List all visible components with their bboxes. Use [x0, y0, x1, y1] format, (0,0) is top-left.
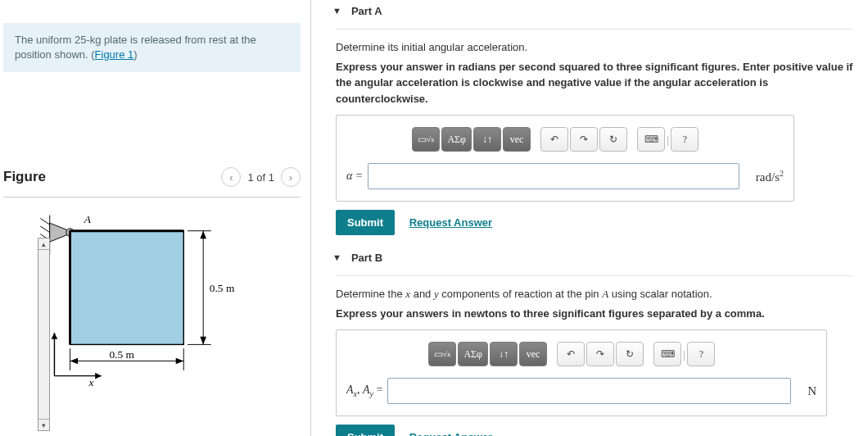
scroll-up-icon[interactable]: ▴ [38, 238, 49, 250]
part-a-header: Part A [351, 5, 382, 17]
part-a-request-answer-link[interactable]: Request Answer [409, 216, 492, 229]
svg-line-2 [40, 226, 49, 233]
equation-toolbar: ▭√x ΑΣφ ↓↑ vec ↶ ↷ ↻ ⌨ | ? [412, 127, 784, 152]
part-a-submit-button[interactable]: Submit [336, 210, 395, 235]
part-b-question: Determine the x and y components of reac… [336, 286, 853, 302]
part-a-lhs: α = [346, 170, 363, 183]
greek-button[interactable]: ΑΣφ [458, 342, 488, 366]
part-a-answer-area: ▭√x ΑΣφ ↓↑ vec ↶ ↷ ↻ ⌨ | ? α = rad/s2 [336, 115, 794, 202]
part-a-instructions: Express your answer in radians per secon… [336, 59, 853, 107]
reset-button[interactable]: ↻ [616, 342, 644, 366]
svg-marker-21 [200, 337, 206, 345]
part-a-question: Determine its initial angular accelerati… [336, 39, 853, 56]
part-b-header: Part B [351, 252, 382, 264]
svg-marker-15 [176, 358, 184, 365]
undo-button[interactable]: ↶ [540, 127, 568, 152]
part-b-lhs: Ax, Ay = [346, 384, 382, 398]
problem-statement: The uniform 25-kg plate is released from… [3, 23, 301, 72]
greek-button[interactable]: ΑΣφ [441, 127, 472, 152]
svg-marker-20 [200, 231, 206, 239]
part-b-input[interactable] [387, 378, 791, 404]
templates-button[interactable]: ▭√x [428, 342, 456, 366]
figure-title: Figure [3, 169, 221, 185]
part-a-input[interactable] [368, 163, 739, 189]
svg-line-1 [40, 219, 49, 225]
reset-button[interactable]: ↻ [599, 127, 627, 152]
part-b-unit: N [807, 384, 816, 398]
svg-marker-26 [52, 333, 58, 339]
collapse-icon[interactable]: ▼ [332, 7, 341, 16]
figure-nav-label: 1 of 1 [247, 171, 274, 184]
redo-button[interactable]: ↷ [586, 342, 614, 366]
part-b-submit-button[interactable]: Submit [336, 425, 395, 436]
part-a-unit: rad/s2 [756, 169, 784, 184]
svg-text:x: x [88, 376, 94, 388]
keyboard-button[interactable]: ⌨ [637, 127, 665, 152]
part-b-answer-area: ▭√x ΑΣφ ↓↑ vec ↶ ↷ ↻ ⌨ | ? Ax, Ay = N [336, 329, 827, 416]
subscript-button[interactable]: ↓↑ [490, 342, 518, 366]
redo-button[interactable]: ↷ [570, 127, 598, 152]
svg-rect-8 [70, 231, 184, 345]
collapse-icon[interactable]: ▼ [332, 253, 341, 262]
help-button[interactable]: ? [687, 342, 715, 366]
vector-button[interactable]: vec [503, 127, 531, 152]
equation-toolbar: ▭√x ΑΣφ ↓↑ vec ↶ ↷ ↻ ⌨ | ? [428, 342, 816, 366]
svg-text:A: A [84, 214, 92, 226]
figure-prev-button[interactable]: ‹ [221, 167, 241, 187]
figure-link[interactable]: Figure 1 [95, 48, 134, 61]
svg-marker-24 [95, 373, 102, 379]
svg-text:0.5 m: 0.5 m [210, 283, 235, 295]
undo-button[interactable]: ↶ [557, 342, 585, 366]
part-b-instructions: Express your answers in newtons to three… [336, 306, 853, 322]
figure-scrollbar[interactable]: ▴ ▾ [38, 238, 50, 431]
part-b-request-answer-link[interactable]: Request Answer [409, 431, 492, 436]
keyboard-button[interactable]: ⌨ [653, 342, 681, 366]
figure-next-button[interactable]: › [281, 167, 301, 187]
scroll-down-icon[interactable]: ▾ [38, 419, 49, 430]
templates-button[interactable]: ▭√x [412, 127, 440, 152]
svg-text:0.5 m: 0.5 m [109, 348, 134, 361]
subscript-button[interactable]: ↓↑ [473, 127, 501, 152]
help-button[interactable]: ? [671, 127, 698, 152]
svg-marker-14 [70, 358, 79, 365]
vector-button[interactable]: vec [519, 342, 547, 366]
